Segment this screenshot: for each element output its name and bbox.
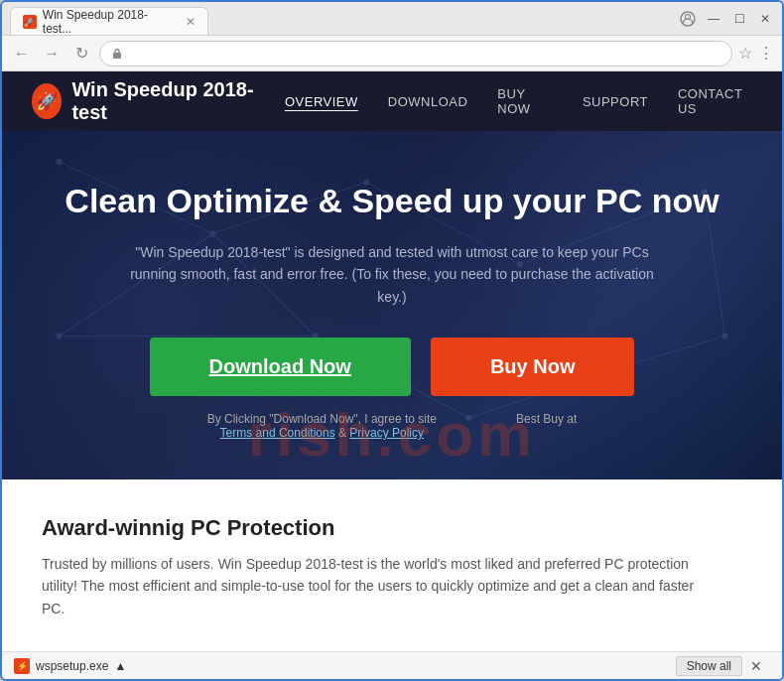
logo-icon: 🚀 xyxy=(32,83,62,119)
browser-frame: 🚀 Win Speedup 2018-test... ✕ — ☐ ✕ ← → ↻ xyxy=(0,0,784,681)
status-close-button[interactable]: ✕ xyxy=(742,656,770,676)
close-window-button[interactable]: ✕ xyxy=(756,10,774,28)
show-all-button[interactable]: Show all xyxy=(676,656,742,676)
title-bar: 🚀 Win Speedup 2018-test... ✕ — ☐ ✕ xyxy=(2,2,782,36)
status-bar: ⚡ wspsetup.exe ▲ Show all ✕ xyxy=(2,651,782,679)
bookmark-icon[interactable]: ☆ xyxy=(738,44,752,63)
svg-point-14 xyxy=(56,159,62,165)
hero-heading: Clean Optimize & Speed up your PC now xyxy=(42,181,742,221)
refresh-button[interactable]: ↻ xyxy=(69,42,93,66)
privacy-policy-link[interactable]: Privacy Policy xyxy=(349,426,424,440)
lock-icon xyxy=(110,47,124,61)
account-icon[interactable] xyxy=(679,10,697,28)
site-name: Win Speedup 2018-test xyxy=(71,78,255,124)
nav-download[interactable]: DOWNLOAD xyxy=(388,94,468,109)
site-navbar: 🚀 Win Speedup 2018-test OVERVIEW DOWNLOA… xyxy=(2,71,782,131)
file-icon: ⚡ xyxy=(14,658,30,674)
best-buy-text: Best Buy at xyxy=(516,412,577,426)
forward-button[interactable]: → xyxy=(40,42,64,66)
nav-buynow[interactable]: BUY NOW xyxy=(497,86,553,116)
tab-close-button[interactable]: ✕ xyxy=(186,15,196,29)
hero-description: "Win Speedup 2018-test" is designed and … xyxy=(114,241,670,308)
hero-sub-right: Best Buy at xyxy=(516,412,577,440)
terms-link[interactable]: Terms and Conditions xyxy=(220,426,335,440)
hero-section: Clean Optimize & Speed up your PC now "W… xyxy=(2,131,782,479)
tab-favicon-icon: 🚀 xyxy=(23,15,37,29)
award-section: Award-winnig PC Protection Trusted by mi… xyxy=(2,479,782,651)
page-content: 🚀 Win Speedup 2018-test OVERVIEW DOWNLOA… xyxy=(2,71,782,651)
hero-content: Clean Optimize & Speed up your PC now "W… xyxy=(42,181,742,440)
hero-sub-left: By Clicking "Download Now", I agree to s… xyxy=(207,412,437,440)
award-description: Trusted by millions of users. Win Speedu… xyxy=(42,553,717,619)
site-logo: 🚀 Win Speedup 2018-test xyxy=(32,78,255,124)
tab-area: 🚀 Win Speedup 2018-test... ✕ xyxy=(10,2,673,35)
nav-support[interactable]: SUPPORT xyxy=(583,94,648,109)
buy-now-button[interactable]: Buy Now xyxy=(431,338,635,396)
tab-title: Win Speedup 2018-test... xyxy=(43,8,176,36)
status-filename: wspsetup.exe xyxy=(36,659,108,673)
window-controls: — ☐ ✕ xyxy=(679,10,774,28)
by-clicking-text: By Clicking "Download Now", I agree to s… xyxy=(207,412,437,426)
minimize-button[interactable]: — xyxy=(705,10,722,28)
browser-toolbar: ← → ↻ ☆ ⋮ xyxy=(2,36,782,71)
hero-sub-text-area: By Clicking "Download Now", I agree to s… xyxy=(42,412,742,440)
address-bar[interactable] xyxy=(99,41,732,67)
award-title: Award-winnig PC Protection xyxy=(42,515,742,541)
hero-buttons: Download Now Buy Now xyxy=(42,338,742,396)
award-title-rest: PC Protection xyxy=(191,515,334,540)
download-now-button[interactable]: Download Now xyxy=(150,338,411,396)
maximize-button[interactable]: ☐ xyxy=(730,10,748,28)
browser-tab[interactable]: 🚀 Win Speedup 2018-test... ✕ xyxy=(10,7,208,35)
nav-contact[interactable]: CONTACT US xyxy=(678,86,752,116)
expand-chevron-icon: ▲ xyxy=(114,659,126,673)
award-title-bold: Award-winnig xyxy=(42,515,185,540)
toolbar-actions: ☆ ⋮ xyxy=(738,44,774,63)
nav-overview[interactable]: OVERVIEW xyxy=(285,94,358,109)
back-button[interactable]: ← xyxy=(10,42,34,66)
svg-rect-2 xyxy=(113,53,121,59)
menu-button[interactable]: ⋮ xyxy=(758,44,774,63)
download-status: ⚡ wspsetup.exe ▲ xyxy=(14,658,676,674)
